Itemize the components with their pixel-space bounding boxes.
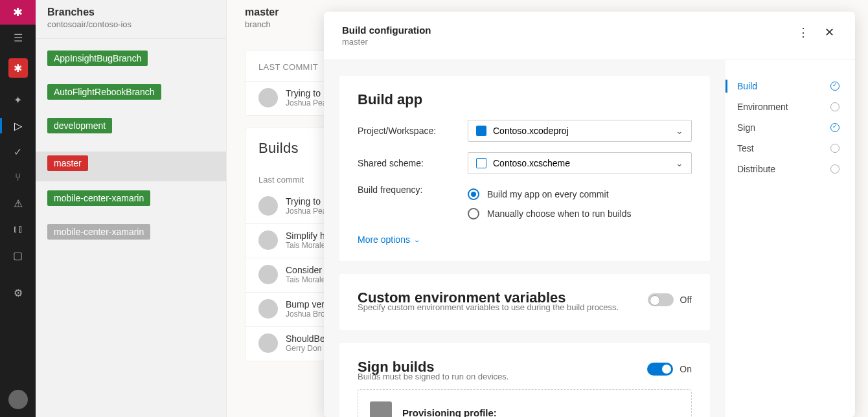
analytics-icon[interactable]: ⫾⫿ — [0, 216, 36, 242]
project-value: Contoso.xcodeproj — [493, 126, 569, 136]
env-toggle[interactable] — [648, 293, 674, 306]
status-circle-icon — [830, 144, 839, 153]
xcodeproj-icon — [476, 126, 486, 136]
status-circle-icon — [830, 164, 839, 174]
more-options-icon[interactable]: ⋮ — [795, 25, 811, 40]
author-avatar — [258, 299, 278, 319]
panel-title: Build configuration — [342, 25, 785, 36]
commit-author: Tais Morale — [286, 275, 325, 284]
close-icon[interactable]: ✕ — [821, 25, 837, 40]
scheme-value: Contoso.xcscheme — [493, 158, 570, 168]
branch-item[interactable]: mobile-center-xamarin — [47, 190, 150, 206]
branch-item[interactable]: AppInsightBugBranch — [47, 51, 148, 66]
appcenter-logo-icon[interactable]: ✱ — [0, 0, 36, 25]
provisioning-profile-upload[interactable]: Provisioning profile: — [358, 389, 692, 417]
chevron-down-icon: ⌄ — [414, 236, 420, 244]
panel-nav: BuildEnvironmentSignTestDistribute — [725, 60, 855, 417]
env-toggle-state: Off — [680, 295, 692, 305]
chevron-down-icon: ⌄ — [676, 126, 683, 136]
chevron-down-icon: ⌄ — [676, 158, 683, 168]
author-avatar — [258, 333, 278, 353]
config-nav-sign[interactable]: Sign — [725, 117, 839, 138]
author-avatar — [258, 88, 278, 107]
radio-icon — [468, 188, 479, 200]
sign-toggle[interactable] — [647, 363, 673, 376]
commit-title: Bump ver — [286, 299, 325, 310]
build-icon[interactable]: ▷ — [0, 113, 36, 139]
branch-item-master[interactable]: master — [47, 155, 88, 171]
freq-manual[interactable]: Manually choose when to run builds — [468, 204, 692, 223]
settings-icon[interactable]: ⚙ — [0, 280, 36, 306]
frequency-label: Build frequency: — [358, 185, 468, 195]
getting-started-icon[interactable]: ✦ — [0, 87, 36, 113]
config-nav-build[interactable]: Build — [725, 76, 839, 96]
config-nav-environment[interactable]: Environment — [725, 96, 839, 117]
status-circle-icon — [830, 102, 839, 111]
project-label: Project/Workspace: — [358, 126, 468, 136]
author-avatar — [258, 265, 278, 284]
commit-title: Trying to — [286, 196, 326, 207]
nav-rail: ✱ ☰ ✱ ✦ ▷ ✓ ⑂ ⚠ ⫾⫿ ▢ ⚙ — [0, 0, 36, 417]
crashes-icon[interactable]: ⚠ — [0, 190, 36, 216]
author-avatar — [258, 231, 278, 250]
branches-title: Branches — [47, 6, 214, 18]
panel-subtitle: master — [342, 37, 785, 47]
commit-author: Joshua Pea — [286, 98, 326, 107]
repo-path: contosoair/contoso-ios — [47, 19, 214, 29]
status-circle-icon — [830, 82, 839, 91]
config-nav-test[interactable]: Test — [725, 138, 839, 159]
properties-icon[interactable]: ▢ — [0, 242, 36, 268]
scheme-label: Shared scheme: — [358, 158, 468, 168]
commit-title: Consider — [286, 265, 325, 275]
radio-icon — [468, 208, 479, 220]
build-app-title: Build app — [358, 91, 692, 108]
config-nav-distribute[interactable]: Distribute — [725, 159, 839, 179]
gear-icon — [370, 401, 392, 417]
scheme-select[interactable]: Contoso.xcscheme ⌄ — [468, 152, 692, 174]
commit-author: Tais Morale — [286, 241, 325, 250]
distribute-icon[interactable]: ⑂ — [0, 164, 36, 190]
commit-author: Joshua Pea — [286, 207, 326, 216]
build-app-section: Build app Project/Workspace: Contoso.xco… — [339, 76, 710, 261]
app-icon[interactable]: ✱ — [8, 58, 28, 78]
sign-builds-section: Sign builds On Builds must be signed to … — [339, 343, 710, 417]
branches-column: Branches contosoair/contoso-ios AppInsig… — [36, 0, 227, 417]
user-avatar[interactable] — [8, 390, 28, 409]
build-config-panel: Build configuration master ⋮ ✕ Build app… — [324, 12, 855, 417]
branch-item[interactable]: development — [47, 118, 112, 133]
freq-every-commit[interactable]: Build my app on every commit — [468, 185, 692, 204]
test-icon[interactable]: ✓ — [0, 139, 36, 164]
commit-title: Trying to — [286, 88, 326, 98]
commit-title: ShouldBe — [286, 333, 325, 344]
author-avatar — [258, 196, 278, 216]
branch-item[interactable]: AutoFlightRebookBranch — [47, 84, 161, 100]
prov-profile-label: Provisioning profile: — [402, 407, 497, 418]
xcscheme-icon — [476, 158, 486, 168]
commit-author: Joshua Bro — [286, 310, 325, 319]
more-options-link[interactable]: More options ⌄ — [358, 234, 420, 245]
project-select[interactable]: Contoso.xcodeproj ⌄ — [468, 120, 692, 142]
sign-toggle-state: On — [680, 364, 692, 374]
commit-title: Simplify h — [286, 231, 325, 241]
menu-icon[interactable]: ☰ — [0, 25, 36, 51]
env-vars-section: Custom environment variables Off Specify… — [339, 274, 710, 330]
commit-author: Gerry Don — [286, 344, 325, 353]
status-circle-icon — [830, 123, 839, 132]
branch-item-disabled[interactable]: mobile-center-xamarin — [47, 224, 150, 240]
